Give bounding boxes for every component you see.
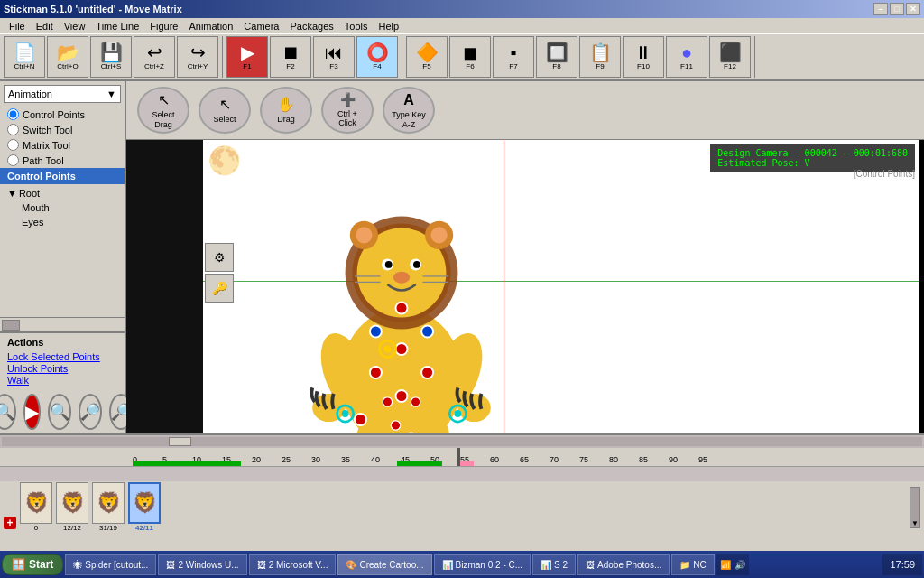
timeline-scroll-thumb[interactable] <box>169 437 191 446</box>
toolbar-f10[interactable]: ⏸ F10 <box>623 36 664 78</box>
taskbar-icon-0: 🕷 <box>73 560 82 570</box>
radio-path-tool[interactable]: Path Tool <box>0 153 125 168</box>
zoom-out-icon: 🔍 <box>0 402 14 422</box>
toolbar-f5[interactable]: 🔶 F5 <box>406 36 448 78</box>
keyframe-thumb-2[interactable]: 🦁 31/19 <box>92 482 125 532</box>
toolbar-f12[interactable]: ⬛ F12 <box>709 36 751 78</box>
svg-point-43 <box>384 346 392 353</box>
menu-help[interactable]: Help <box>373 19 404 33</box>
canvas-area: ↖ SelectDrag ↖ Select ✋ Drag ➕ Ctrl +Cli… <box>126 81 924 434</box>
menu-tools[interactable]: Tools <box>339 19 374 33</box>
timeline-scrollbar[interactable] <box>0 435 924 448</box>
menu-packages[interactable]: Packages <box>284 19 338 33</box>
close-button[interactable]: ✕ <box>906 3 920 15</box>
toolbar-group-file: 📄 Ctrl+N 📂 Ctrl+O 💾 Ctrl+S ↩ Ctrl+Z ↪ Ct… <box>4 36 223 78</box>
timeline-track-area[interactable] <box>0 467 924 481</box>
toolbar-f6[interactable]: ◼ F6 <box>449 36 491 78</box>
tool-ctrl-click[interactable]: ➕ Ctrl +Click <box>321 87 374 134</box>
toolbar-f11[interactable]: ● F11 <box>666 36 707 78</box>
zoom-out-button[interactable]: 🔍 <box>0 394 16 430</box>
tree-item-eyes[interactable]: Eyes <box>0 215 125 229</box>
taskbar-item-2[interactable]: 🖼 2 Microsoft V... <box>249 554 337 575</box>
toolbar-undo[interactable]: ↩ Ctrl+Z <box>134 36 175 78</box>
toolbar-f8[interactable]: 🔲 F8 <box>536 36 578 78</box>
menu-animation[interactable]: Animation <box>183 19 238 33</box>
timeline-green-segment <box>133 461 241 466</box>
white-canvas[interactable]: Design Camera - 000042 - 000:01:680 Esti… <box>203 140 919 434</box>
svg-point-39 <box>455 410 462 417</box>
ruler-mark-85: 85 <box>639 455 669 464</box>
menu-figure[interactable]: Figure <box>144 19 183 33</box>
taskbar-item-6[interactable]: 🖼 Adobe Photos... <box>578 554 670 575</box>
toolbar-f4[interactable]: ⭕ F4 <box>356 36 398 78</box>
ruler-mark-25: 25 <box>282 455 311 464</box>
taskbar-item-0[interactable]: 🕷 Spider [cutout... <box>65 554 156 575</box>
taskbar-clock[interactable]: 17:59 <box>882 554 922 575</box>
walk-link[interactable]: Walk <box>7 375 117 386</box>
svg-point-16 <box>431 227 448 243</box>
taskbar-item-5[interactable]: 📊 S 2 <box>532 554 576 575</box>
taskbar-item-1[interactable]: 🖼 2 Windows U... <box>158 554 246 575</box>
toolbar-group-playback: ▶ F1 ⏹ F2 ⏮ F3 ⭕ F4 <box>226 36 402 78</box>
tool-select[interactable]: ↖ Select <box>199 87 251 134</box>
taskbar-icon-7: 📁 <box>679 560 690 570</box>
mini-icon-1[interactable]: ⚙ <box>205 243 234 272</box>
svg-point-15 <box>356 227 372 243</box>
lock-selected-points-link[interactable]: Lock Selected Points <box>7 351 117 362</box>
tool-type-key[interactable]: A Type KeyA-Z <box>383 87 435 134</box>
taskbar: 🪟 Start 🕷 Spider [cutout... 🖼 2 Windows … <box>0 551 924 578</box>
tool-select-drag[interactable]: ↖ SelectDrag <box>137 87 189 134</box>
toolbar-f7[interactable]: ▪ F7 <box>493 36 534 78</box>
start-button[interactable]: 🪟 Start <box>2 554 63 575</box>
network-icon: 📶 <box>720 560 731 570</box>
keyframe-thumb-1[interactable]: 🦁 12/12 <box>56 482 88 532</box>
maximize-button[interactable]: □ <box>890 3 904 15</box>
menu-view[interactable]: View <box>59 19 91 33</box>
add-keyframe-button[interactable]: + <box>4 517 16 529</box>
taskbar-item-4[interactable]: 📊 Bizman 0.2 - C... <box>434 554 531 575</box>
taskbar-item-3[interactable]: 🎨 Create Cartoo... <box>337 554 431 575</box>
radio-matrix-tool[interactable]: Matrix Tool <box>0 137 125 153</box>
toolbar-redo[interactable]: ↪ Ctrl+Y <box>177 36 218 78</box>
timeline-scroll-track[interactable] <box>2 437 922 446</box>
timeline-marks-container: 0 5 10 15 20 25 30 35 40 45 50 55 60 65 … <box>0 455 728 464</box>
menu-camera[interactable]: Camera <box>238 19 284 33</box>
hscroll-thumb[interactable] <box>2 320 20 331</box>
playhead[interactable] <box>457 448 460 467</box>
menu-timeline[interactable]: Time Line <box>90 19 144 33</box>
tree-root[interactable]: ▼ Root <box>0 186 125 200</box>
radio-switch-tool[interactable]: Switch Tool <box>0 122 125 137</box>
zoom-out-2-button[interactable]: 🔎 <box>79 394 102 430</box>
panel-hscroll[interactable] <box>0 317 125 331</box>
tool-drag[interactable]: ✋ Drag <box>260 87 312 134</box>
toolbar-new[interactable]: 📄 Ctrl+N <box>4 36 45 78</box>
zoom-in-button[interactable]: 🔍 <box>48 394 71 430</box>
new-icon: 📄 <box>14 43 36 61</box>
canvas-content[interactable]: Design Camera - 000042 - 000:01:680 Esti… <box>126 140 924 434</box>
radio-control-points[interactable]: Control Points <box>0 107 125 122</box>
keyframe-thumb-3[interactable]: 🦁 42/11 <box>128 482 161 532</box>
svg-point-37 <box>342 410 349 417</box>
keyframe-thumb-0[interactable]: 🦁 0 <box>20 482 52 532</box>
animation-dropdown[interactable]: Animation ▼ <box>4 85 121 103</box>
menu-file[interactable]: File <box>4 19 31 33</box>
tree-item-mouth[interactable]: Mouth <box>0 200 125 215</box>
lion-figure[interactable] <box>275 167 528 434</box>
mini-icon-2[interactable]: 🔑 <box>205 274 234 303</box>
toolbar-group-tools: 🔶 F5 ◼ F6 ▪ F7 🔲 F8 📋 F9 ⏸ F10 ● F11 ⬛ <box>406 36 755 78</box>
toolbar-f2[interactable]: ⏹ F2 <box>270 36 311 78</box>
toolbar-f3[interactable]: ⏮ F3 <box>313 36 355 78</box>
toolbar-f9[interactable]: 📋 F9 <box>579 36 621 78</box>
toolbar-open[interactable]: 📂 Ctrl+O <box>47 36 88 78</box>
toolbar-f1[interactable]: ▶ F1 <box>226 36 268 78</box>
unlock-points-link[interactable]: Unlock Points <box>7 363 117 374</box>
svg-point-26 <box>396 303 408 314</box>
minimize-button[interactable]: – <box>873 3 888 15</box>
taskbar-item-7[interactable]: 📁 NC <box>671 554 714 575</box>
toolbar-save[interactable]: 💾 Ctrl+S <box>90 36 132 78</box>
thumb-strip-right-scroll[interactable]: ▼ <box>910 487 920 528</box>
select-icon: ↖ <box>219 96 231 113</box>
play-button[interactable]: ▶ <box>23 394 41 430</box>
actions-panel: Actions Lock Selected Points Unlock Poin… <box>0 331 125 390</box>
menu-edit[interactable]: Edit <box>31 19 59 33</box>
